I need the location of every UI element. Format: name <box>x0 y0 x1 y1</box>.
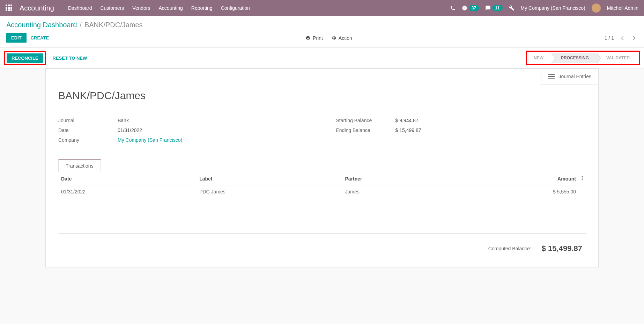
user-avatar[interactable] <box>592 3 601 13</box>
content-wrap: Journal Entries BANK/PDC/James Journal B… <box>0 68 644 281</box>
fields-right: Starting Balance $ 9,944.87 Ending Balan… <box>336 116 586 145</box>
status-processing[interactable]: PROCESSING <box>551 53 597 63</box>
th-date[interactable]: Date <box>58 172 197 185</box>
svg-point-2 <box>582 179 583 181</box>
activity-badge: 37 <box>469 5 479 11</box>
tools-icon[interactable] <box>509 5 515 11</box>
chevron-left-icon[interactable] <box>619 35 626 42</box>
hamburger-icon <box>548 74 555 79</box>
activity-indicator[interactable]: 37 <box>462 5 479 11</box>
starting-balance-value: $ 9,944.87 <box>395 118 419 123</box>
company-name[interactable]: My Company (San Francisco) <box>521 5 585 11</box>
print-label: Print <box>313 35 323 41</box>
table-row[interactable]: 01/31/2022 PDC James James $ 5,555.00 <box>58 185 586 198</box>
chat-icon <box>485 5 491 11</box>
navbar-right: 37 11 My Company (San Francisco) Mitchel… <box>450 3 638 13</box>
th-amount[interactable]: Amount <box>447 172 579 185</box>
gear-icon <box>331 35 336 40</box>
action-center: Print Action <box>53 35 605 41</box>
discuss-badge: 11 <box>492 5 502 11</box>
phone-icon[interactable] <box>450 5 456 11</box>
date-value: 01/31/2022 <box>118 127 142 133</box>
print-icon <box>305 35 311 40</box>
status-validated[interactable]: VALIDATED <box>597 53 637 63</box>
highlight-reconcile: RECONCILE <box>4 51 46 65</box>
record-title: BANK/PDC/James <box>58 90 586 102</box>
ending-balance-label: Ending Balance <box>336 127 395 133</box>
th-partner[interactable]: Partner <box>342 172 447 185</box>
create-button[interactable]: CREATE <box>27 33 53 43</box>
transactions-table: Date Label Partner Amount 01/31/2022 PDC… <box>58 172 586 198</box>
status-bar: RECONCILE RESET TO NEW NEW PROCESSING VA… <box>0 48 644 68</box>
nav-reporting[interactable]: Reporting <box>191 5 213 11</box>
user-name[interactable]: Mitchell Admin <box>607 5 638 11</box>
company-label: Company <box>58 137 118 143</box>
clock-icon <box>462 5 467 11</box>
edit-button[interactable]: EDIT <box>6 33 27 43</box>
breadcrumb-current: BANK/PDC/James <box>84 21 143 29</box>
breadcrumb-parent[interactable]: Accounting Dashboard <box>6 21 77 29</box>
highlight-status-steps: NEW PROCESSING VALIDATED <box>526 51 640 65</box>
ending-balance-value: $ 15,499.87 <box>395 127 421 133</box>
td-amount: $ 5,555.00 <box>447 185 579 198</box>
td-date: 01/31/2022 <box>58 185 197 198</box>
fields-left: Journal Bank Date 01/31/2022 Company My … <box>58 116 308 145</box>
reset-button[interactable]: RESET TO NEW <box>49 53 91 63</box>
discuss-indicator[interactable]: 11 <box>485 5 502 11</box>
nav-customers[interactable]: Customers <box>100 5 124 11</box>
tab-transactions[interactable]: Transactions <box>58 159 101 172</box>
nav-dashboard[interactable]: Dashboard <box>68 5 92 11</box>
starting-balance-label: Starting Balance <box>336 118 395 123</box>
status-new[interactable]: NEW <box>528 53 551 63</box>
journal-value: Bank <box>118 118 129 123</box>
chevron-right-icon[interactable] <box>631 35 638 42</box>
computed-balance-value: $ 15,499.87 <box>542 244 582 253</box>
journal-label: Journal <box>58 118 118 123</box>
nav-accounting[interactable]: Accounting <box>159 5 183 11</box>
nav-configuration[interactable]: Configuration <box>221 5 250 11</box>
action-button[interactable]: Action <box>331 35 352 41</box>
breadcrumb: Accounting Dashboard / BANK/PDC/James <box>0 16 644 32</box>
svg-point-0 <box>582 176 583 177</box>
journal-entries-button[interactable]: Journal Entries <box>541 69 598 84</box>
form-card: Journal Entries BANK/PDC/James Journal B… <box>45 68 599 267</box>
pager-text: 1 / 1 <box>605 35 614 41</box>
th-menu[interactable] <box>579 172 586 185</box>
nav-vendors[interactable]: Vendors <box>132 5 150 11</box>
tab-header: Transactions <box>58 159 586 172</box>
top-navbar: Accounting Dashboard Customers Vendors A… <box>0 0 644 16</box>
computed-balance-label: Computed Balance: <box>488 246 531 251</box>
date-label: Date <box>58 127 118 133</box>
td-partner: James <box>342 185 447 198</box>
status-steps: NEW PROCESSING VALIDATED <box>528 53 637 63</box>
apps-icon[interactable] <box>6 5 13 12</box>
computed-balance-row: Computed Balance: $ 15,499.87 <box>58 233 586 257</box>
kebab-icon <box>582 176 583 181</box>
breadcrumb-sep: / <box>80 21 82 29</box>
company-value[interactable]: My Company (San Francisco) <box>118 137 182 143</box>
nav-links: Dashboard Customers Vendors Accounting R… <box>68 5 450 11</box>
app-brand[interactable]: Accounting <box>20 4 54 12</box>
print-button[interactable]: Print <box>305 35 323 41</box>
reconcile-button[interactable]: RECONCILE <box>7 53 43 63</box>
pager: 1 / 1 <box>605 35 638 42</box>
td-label: PDC James <box>197 185 342 198</box>
th-label[interactable]: Label <box>197 172 342 185</box>
action-bar: EDIT CREATE Print Action 1 / 1 <box>0 32 644 48</box>
svg-point-1 <box>582 178 583 179</box>
journal-entries-label: Journal Entries <box>559 74 591 79</box>
action-label: Action <box>339 35 352 41</box>
